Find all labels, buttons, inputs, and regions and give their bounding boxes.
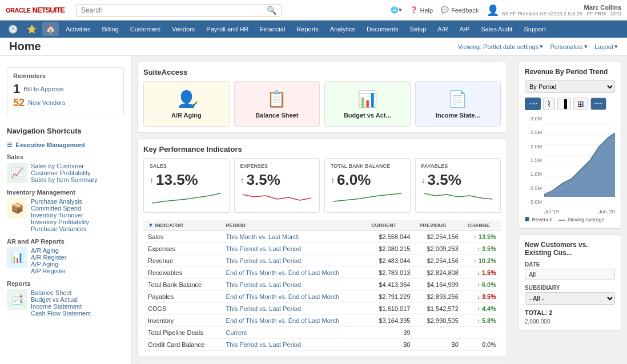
period-link[interactable]: End of This Month vs. End of Last Month xyxy=(226,317,340,324)
inventory-section: Inventory Management 📦 Purchase Analysis… xyxy=(7,189,124,232)
nav-setup[interactable]: Setup xyxy=(405,23,431,35)
table-row: Credit Card Balance This Period vs. Last… xyxy=(143,339,501,351)
cell-previous: $2,824,808 xyxy=(415,267,463,279)
viewing-portlet-link[interactable]: Viewing: Portlet date settings ▾ xyxy=(458,43,544,50)
ar-register-link[interactable]: A/R Register xyxy=(31,254,66,261)
chart-type-area[interactable]: ⌇ xyxy=(543,98,555,110)
nav-documents[interactable]: Documents xyxy=(362,23,403,35)
subsidiary-select[interactable]: - All - xyxy=(525,292,615,305)
cell-indicator: Revenue xyxy=(143,255,222,267)
cell-previous: $2,009,253 xyxy=(415,243,463,255)
user-info: Marc Collins SS FF Premium US v2019.2.0.… xyxy=(501,4,621,17)
customer-profitability-link[interactable]: Customer Profitability xyxy=(31,169,98,176)
cash-flow-link[interactable]: Cash Flow Statement xyxy=(31,310,91,317)
nav-reports[interactable]: Reports xyxy=(292,23,323,35)
feedback-icon: 💬 xyxy=(441,6,449,14)
favorites-icon[interactable]: ⭐ xyxy=(23,22,40,36)
nav-customers[interactable]: Customers xyxy=(126,23,165,35)
bill-link[interactable]: Bill to Approve xyxy=(23,86,63,92)
inventory-turnover-link[interactable]: Inventory Turnover xyxy=(31,212,89,219)
period-link[interactable]: This Period vs. Last Period xyxy=(226,341,301,348)
home-nav-icon[interactable]: 🏠 xyxy=(42,22,59,36)
chart-type-line2[interactable]: 〰 xyxy=(590,98,606,110)
cell-previous: $0 xyxy=(415,339,463,351)
kpi-th-current: CURRENT xyxy=(367,220,415,231)
period-link[interactable]: This Period vs. Last Period xyxy=(226,305,301,312)
main-content: SuiteAccess 👤 ✔ A/R Aging 📋 Balance Shee… xyxy=(131,56,513,364)
suite-card-budget[interactable]: 📊 Budget vs Act... xyxy=(324,81,411,127)
cell-period: This Period vs. Last Period xyxy=(222,339,367,351)
period-link[interactable]: Current xyxy=(226,329,247,336)
sort-icon[interactable]: ▼ xyxy=(148,222,154,228)
cell-indicator: Total Pipeline Deals xyxy=(143,327,222,339)
change-up-icon: ↑ 5.8% xyxy=(477,317,496,324)
period-link[interactable]: This Period vs. Last Period xyxy=(226,257,301,264)
user-menu[interactable]: 👤 Marc Collins SS FF Premium US v2019.2.… xyxy=(487,4,621,17)
kpi-th-previous: PREVIOUS xyxy=(415,220,463,231)
chart-type-line[interactable]: 〰 xyxy=(525,98,541,110)
ap-register-link[interactable]: A/P Register xyxy=(31,268,66,274)
feedback-button[interactable]: 💬 Feedback xyxy=(441,6,479,14)
table-row: Revenue This Period vs. Last Period $2,4… xyxy=(143,255,501,267)
purchase-variances-link[interactable]: Purchase Variances xyxy=(31,225,89,232)
purchase-analysis-link[interactable]: Purchase Analysis xyxy=(31,198,89,205)
cell-previous: $1,542,572 xyxy=(415,303,463,315)
layout-link[interactable]: Layout ▾ xyxy=(594,43,618,50)
top-right-actions: 🌐▾ ❓ Help 💬 Feedback 👤 Marc Collins SS F… xyxy=(391,4,622,17)
chart-type-bar[interactable]: ▐ xyxy=(557,98,571,110)
exec-management-link[interactable]: Executive Management xyxy=(15,141,85,148)
inventory-links: Purchase Analysis Committed Spend Invent… xyxy=(31,198,89,232)
nav-activities[interactable]: Activities xyxy=(61,23,95,35)
committed-spend-link[interactable]: Committed Spend xyxy=(31,205,89,212)
y-label-05m: 0.5M xyxy=(525,185,542,191)
reports-links: Balance Sheet Budget vs Actual Income St… xyxy=(31,289,91,317)
balance-sheet-link[interactable]: Balance Sheet xyxy=(31,289,91,296)
nav-vendors[interactable]: Vendors xyxy=(167,23,199,35)
period-select[interactable]: By Period xyxy=(525,80,615,93)
sales-by-customer-link[interactable]: Sales by Customer xyxy=(31,163,98,169)
nav-sales-audit[interactable]: Sales Audit xyxy=(476,23,517,35)
period-link[interactable]: This Period vs. Last Period xyxy=(226,281,301,288)
personalize-chevron-icon: ▾ xyxy=(584,43,588,50)
suite-card-bs[interactable]: 📋 Balance Sheet xyxy=(234,81,320,127)
suite-card-income[interactable]: 📄 Income State... xyxy=(415,81,501,127)
income-statement-link[interactable]: Income Statement xyxy=(31,303,91,310)
vendor-link[interactable]: New Vendors xyxy=(28,99,65,106)
recent-icon[interactable]: 🕐 xyxy=(5,22,21,36)
change-down-icon: ↓ 3.5% xyxy=(477,293,496,300)
chart-legend: Revenue Moving Average xyxy=(525,217,615,223)
sales-by-item-link[interactable]: Sales by Item Summary xyxy=(31,176,98,183)
search-input[interactable] xyxy=(81,6,267,14)
kpi-th-indicator: ▼ INDICATOR xyxy=(143,220,222,231)
period-link[interactable]: End of This Month vs. End of Last Month xyxy=(226,269,340,276)
exec-management-item[interactable]: ≡ Executive Management xyxy=(7,140,124,150)
nav-ar[interactable]: A/R xyxy=(433,23,452,35)
nav-support[interactable]: Support xyxy=(519,23,550,35)
cell-current: $2,558,044 xyxy=(367,231,415,243)
inventory-profitability-link[interactable]: Inventory Profitability xyxy=(31,219,89,225)
nav-ap[interactable]: A/P xyxy=(455,23,475,35)
kpi-box: Key Performance Indicators SALES ↑ 13.5% xyxy=(137,139,507,357)
personalize-link[interactable]: Personalize ▾ xyxy=(550,43,587,50)
ar-aging-link[interactable]: A/R Aging xyxy=(31,247,66,254)
suite-card-ar[interactable]: 👤 ✔ A/R Aging xyxy=(143,81,230,127)
search-box[interactable]: 🔍 xyxy=(76,4,282,17)
period-link[interactable]: This Period vs. Last Period xyxy=(226,245,301,252)
nav-payroll[interactable]: Payroll and HR xyxy=(202,23,253,35)
nav-analytics[interactable]: Analytics xyxy=(325,23,360,35)
cell-period: This Period vs. Last Period xyxy=(222,255,367,267)
period-link[interactable]: This Month vs. Last Month xyxy=(226,233,300,240)
ap-aging-link[interactable]: A/P Aging xyxy=(31,261,66,268)
income-card-title: Income State... xyxy=(436,112,480,119)
cell-current: $4,413,364 xyxy=(367,279,415,291)
help-button[interactable]: ❓ Help xyxy=(410,6,433,14)
budget-vs-actual-link[interactable]: Budget vs Actual xyxy=(31,296,91,303)
globe-button[interactable]: 🌐▾ xyxy=(391,6,402,14)
legend-moving-avg: Moving Average xyxy=(558,217,605,223)
nav-bar: 🕐 ⭐ 🏠 Activities Billing Customers Vendo… xyxy=(0,21,627,38)
nav-billing[interactable]: Billing xyxy=(97,23,123,35)
nav-financial[interactable]: Financial xyxy=(255,23,290,35)
chart-type-table[interactable]: ⊞ xyxy=(573,98,588,110)
period-link[interactable]: End of This Month vs. End of Last Month xyxy=(226,293,340,300)
y-label-2m: 2.0M xyxy=(525,144,542,149)
